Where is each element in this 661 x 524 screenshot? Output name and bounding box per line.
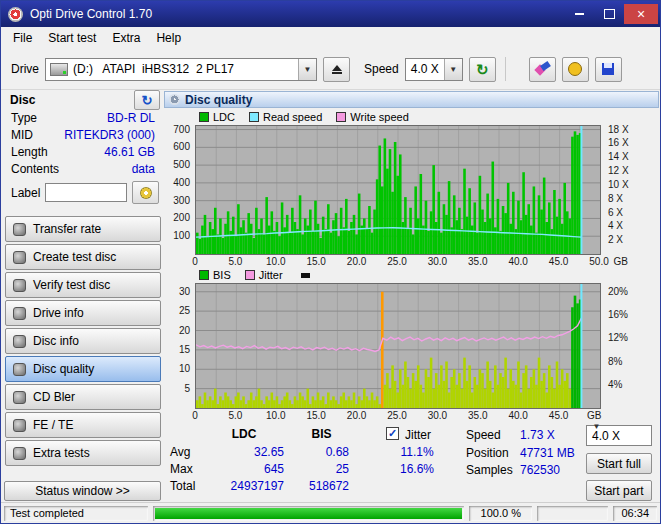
- info-value: RITEKDR3 (000): [64, 128, 155, 142]
- menu-help[interactable]: Help: [148, 28, 189, 48]
- check-icon: ✓: [388, 428, 397, 439]
- disc-quality-icon: [13, 363, 26, 376]
- minimize-icon: [575, 13, 584, 15]
- ldc-chart: 700600500400300200100 18 X16 X14 X12 X10…: [164, 125, 661, 267]
- preferences-button[interactable]: [562, 57, 589, 82]
- test-buttons: Transfer rate Create test disc Verify te…: [3, 216, 163, 466]
- disc-header-label: Disc: [10, 93, 35, 107]
- max-ldc-value: 645: [204, 462, 284, 476]
- status-window-button[interactable]: Status window >>: [4, 481, 161, 501]
- y-axis-right: 20%16%12%8%4%: [604, 283, 654, 407]
- disc-info-row-mid: MID RITEKDR3 (000): [3, 126, 163, 143]
- erase-disc-button[interactable]: [529, 57, 556, 82]
- bis-legend-swatch: [199, 270, 209, 280]
- sidebar-item-fe-te[interactable]: FE / TE: [5, 412, 161, 438]
- progress-fill: [155, 508, 462, 519]
- read-speed-legend-swatch: [249, 112, 259, 122]
- toolbar-separator: [505, 57, 506, 81]
- sidebar-item-transfer-rate[interactable]: Transfer rate: [5, 216, 161, 242]
- progress-bar: [153, 506, 464, 521]
- ldc-legend-swatch: [199, 112, 209, 122]
- disc-info-row-length: Length 46.61 GB: [3, 143, 163, 160]
- position-stat-label: Position: [466, 446, 509, 460]
- chevron-down-icon: ▼: [449, 65, 457, 74]
- create-test-disc-icon: [13, 251, 26, 264]
- toolbar: Drive (D:) ATAPI iHBS312 2 PL17 ▼ Speed …: [1, 49, 660, 90]
- menu-bar: File Start test Extra Help: [1, 27, 660, 49]
- elapsed-time: 06:34: [613, 506, 657, 521]
- start-full-button[interactable]: Start full: [586, 453, 652, 474]
- info-value: data: [132, 162, 155, 176]
- legend-top: LDC Read speed Write speed: [199, 111, 409, 123]
- info-value: BD-R DL: [107, 111, 155, 125]
- sidebar-item-verify-test-disc[interactable]: Verify test disc: [5, 272, 161, 298]
- sidebar-item-disc-info[interactable]: Disc info: [5, 328, 161, 354]
- disc-quality-header-icon: [169, 94, 180, 105]
- rescan-disc-button[interactable]: ↻: [134, 90, 160, 110]
- start-part-button[interactable]: Start part: [586, 480, 652, 501]
- sidebar-item-cd-bler[interactable]: CD Bler: [5, 384, 161, 410]
- window-title: Opti Drive Control 1.70: [30, 7, 564, 21]
- bis-plot: [195, 283, 601, 409]
- scan-speed-select[interactable]: 4.0 X ▼: [586, 425, 652, 446]
- y-axis-left: 30252015105: [164, 283, 193, 407]
- menu-start-test[interactable]: Start test: [40, 28, 104, 48]
- disc-info-row-type: Type BD-R DL: [3, 109, 163, 126]
- extra-tests-icon: [13, 447, 26, 460]
- speed-stat-value: 1.73 X: [520, 428, 555, 442]
- menu-file[interactable]: File: [5, 28, 40, 48]
- sidebar-item-extra-tests[interactable]: Extra tests: [5, 440, 161, 466]
- info-value: 46.61 GB: [104, 145, 155, 159]
- total-row-label: Total: [170, 479, 195, 493]
- max-jitter-value: 16.6%: [386, 462, 448, 476]
- refresh-icon: ↻: [142, 94, 153, 107]
- info-label: Type: [11, 111, 37, 125]
- transfer-rate-icon: [13, 223, 26, 236]
- status-bar: Test completed 100.0 % 06:34: [1, 502, 660, 523]
- app-icon: [8, 7, 23, 22]
- sidebar-item-drive-info[interactable]: Drive info: [5, 300, 161, 326]
- save-icon: [602, 63, 614, 75]
- refresh-speeds-button[interactable]: ↻: [469, 57, 496, 82]
- avg-ldc-value: 32.65: [204, 445, 284, 459]
- bis-chart: 30252015105 20%16%12%8%4% 05.010.015.020…: [164, 283, 661, 421]
- menu-extra[interactable]: Extra: [104, 28, 148, 48]
- label-field-label: Label: [11, 186, 40, 200]
- close-button[interactable]: ×: [624, 4, 658, 24]
- close-icon: ×: [637, 6, 645, 22]
- sidebar-item-create-test-disc[interactable]: Create test disc: [5, 244, 161, 270]
- maximize-icon: [604, 9, 615, 19]
- save-report-button[interactable]: [595, 57, 622, 82]
- minimize-button[interactable]: [564, 4, 594, 24]
- chevron-down-icon: ▼: [593, 422, 601, 431]
- sidebar-item-disc-quality[interactable]: Disc quality: [5, 356, 161, 382]
- title-bar: Opti Drive Control 1.70 ×: [1, 1, 660, 27]
- samples-stat-label: Samples: [466, 463, 513, 477]
- progress-percent: 100.0 %: [469, 506, 532, 521]
- drive-select[interactable]: (D:) ATAPI iHBS312 2 PL17 ▼: [45, 58, 317, 81]
- erase-disc-icon: [535, 62, 550, 77]
- label-input[interactable]: [45, 183, 127, 202]
- max-row-label: Max: [170, 462, 193, 476]
- bis-column-header: BIS: [294, 427, 349, 441]
- info-label: MID: [11, 128, 33, 142]
- ldc-column-header: LDC: [204, 427, 284, 441]
- disc-section-header: Disc ↻: [3, 91, 163, 109]
- results-panel: LDC BIS Avg 32.65 0.68 Max 645 25 Total …: [164, 425, 660, 503]
- total-bis-value: 518672: [294, 479, 349, 493]
- speed-select[interactable]: 4.0 X ▼: [405, 58, 463, 81]
- speed-select-arrow[interactable]: ▼: [444, 59, 462, 80]
- chevron-down-icon: ▼: [304, 65, 312, 74]
- maximize-button[interactable]: [594, 4, 624, 24]
- jitter-checkbox[interactable]: ✓: [386, 427, 399, 440]
- position-stat-value: 47731 MB: [520, 446, 575, 460]
- eject-button[interactable]: [323, 57, 350, 82]
- write-label-button[interactable]: [132, 181, 159, 204]
- panel-title: Disc quality: [185, 93, 252, 107]
- samples-stat-value: 762530: [520, 463, 560, 477]
- disc-info-row-contents: Contents data: [3, 160, 163, 177]
- drive-select-arrow[interactable]: ▼: [298, 59, 316, 80]
- y-axis-right: 18 X16 X14 X12 X10 X8 X6 X4 X2 X: [604, 125, 654, 253]
- ldc-plot: [195, 125, 601, 255]
- label-row: Label: [3, 177, 163, 207]
